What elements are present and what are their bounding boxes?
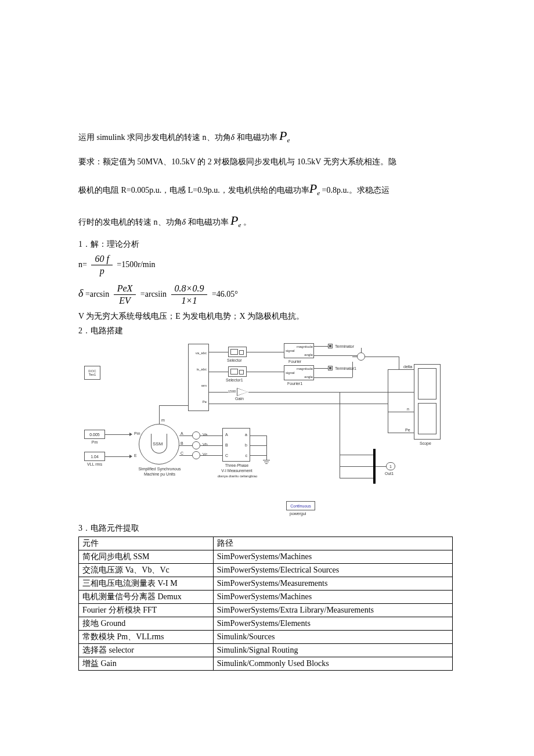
component-table: 元件 路径 简化同步电机 SSMSimPowerSystems/Machines… <box>78 537 453 671</box>
fourier2-label: Fourier1 <box>287 381 302 386</box>
p-symbol: P <box>279 128 287 143</box>
wire <box>365 357 399 357</box>
req2b: =0.8p.u.。求稳态运 <box>320 186 389 195</box>
wire <box>250 445 266 446</box>
ssm-label: Simplified Synchronous Machine pu Units <box>136 467 183 477</box>
wire <box>388 392 414 393</box>
sum-block <box>357 352 365 361</box>
terminator1-block <box>328 344 333 348</box>
wire <box>179 435 192 436</box>
table-header-1: 元件 <box>79 537 214 550</box>
wire <box>388 369 414 370</box>
selector2-label: Selector1 <box>226 378 243 382</box>
table-row: 选择器 selectorSimulink/Signal Routing <box>79 643 453 657</box>
wire <box>105 456 131 457</box>
m-label: m <box>161 418 165 422</box>
wire <box>200 445 222 446</box>
table-row: Fourier 分析模块 FFTSimPowerSystems/Extra Li… <box>79 603 453 617</box>
table-row: 接地 GroundSimPowerSystems/Elements <box>79 617 453 630</box>
wire <box>388 433 414 433</box>
section-2: 2．电路搭建 <box>78 325 453 337</box>
table-row: 简化同步电机 SSMSimPowerSystems/Machines <box>79 550 453 563</box>
wire <box>159 405 160 424</box>
vll-const: 1.04 <box>84 452 105 461</box>
terminator2-label: Terminator1 <box>335 366 356 370</box>
req2a: 极机的电阻 R=0.005p.u.，电感 L=0.9p.u.，发电机供给的电磁功… <box>78 186 309 195</box>
wire <box>340 478 373 478</box>
wire <box>248 392 388 393</box>
table-row: 增益 GainSimulink/Commonly Used Blocks <box>79 657 453 670</box>
wire <box>361 348 362 352</box>
frac-num: 0.8×0.9 <box>171 284 208 294</box>
req-line-1: 要求：额定值为 50MVA、10.5kV 的 2 对极隐极同步发电机与 10.5… <box>78 153 453 171</box>
wire <box>250 455 266 456</box>
frac-num: 60 f <box>91 254 112 265</box>
wire <box>340 392 340 478</box>
wire <box>266 435 267 455</box>
wire <box>314 377 352 378</box>
pm-label: Pm <box>84 440 105 444</box>
selector2-block <box>228 366 247 377</box>
vimeas-block: Aa Bb Cc <box>222 428 250 462</box>
vimeas-label: Three-Phase V-I Measurement <box>217 463 257 473</box>
pe-out-label: Pe <box>405 428 410 432</box>
wire <box>209 392 228 393</box>
vll-label: VLL rms <box>84 462 105 466</box>
eq-n: n= 60 f p =1500r/min <box>78 254 453 276</box>
frac-num2: 0.8×0.9 1×1 <box>171 284 208 305</box>
gain-label: Gain <box>235 397 244 401</box>
p-symbol: P <box>230 213 238 228</box>
frac-60f-p: 60 f p <box>91 254 112 276</box>
wire <box>188 375 189 405</box>
vc-block <box>192 451 200 459</box>
arrow-icon <box>129 433 132 436</box>
req3c: 。 <box>241 218 251 226</box>
vb-block <box>192 441 200 449</box>
wire <box>340 466 373 467</box>
wire <box>159 405 188 406</box>
wire <box>247 352 284 352</box>
title-text-1: 运用 simulink 求同步发电机的转速 n、功角 <box>78 133 231 142</box>
terminator1-label: Terminator <box>335 344 354 348</box>
out1-block: 1 <box>386 462 395 470</box>
title: 运用 simulink 求同步发电机的转速 n、功角δ 和电磁功率 Pe <box>78 122 453 150</box>
wire <box>388 392 388 412</box>
section-1: 1．解：理论分析 <box>78 238 453 251</box>
req-line-2: 极机的电阻 R=0.005p.u.，电感 L=0.9p.u.，发电机供给的电磁功… <box>78 175 453 203</box>
wire <box>388 369 388 392</box>
table-row: 交流电压源 Va、Vb、VcSimPowerSystems/Electrical… <box>79 563 453 577</box>
n-post: =1500r/min <box>117 260 155 269</box>
selector1-block <box>228 347 247 357</box>
gain-value: 1500 <box>228 390 236 393</box>
wire <box>399 357 399 369</box>
wire <box>314 355 360 356</box>
table-row: 常数模块 Pm、VLLrmsSimulink/Sources <box>79 630 453 643</box>
frac-den: p <box>91 265 112 276</box>
frac-pex-ev: PeX EV <box>114 284 136 305</box>
pm-port: Pm <box>134 431 140 435</box>
req3b: 和电磁功率 <box>186 218 229 226</box>
table-row: 电机测量信号分离器 DemuxSimPowerSystems/Machines <box>79 590 453 603</box>
va-block <box>192 431 200 440</box>
p-sub: e <box>287 136 290 143</box>
wire <box>200 455 222 456</box>
frac-num: PeX <box>114 284 136 294</box>
wire <box>200 435 222 436</box>
wire <box>314 346 328 347</box>
powergui-block: Continuous <box>286 501 315 510</box>
table-row: 元件 路径 <box>79 537 453 550</box>
wire <box>250 435 266 436</box>
wire <box>314 368 328 369</box>
wire <box>209 352 228 352</box>
frac-den: 1×1 <box>171 294 208 305</box>
wire <box>376 466 386 467</box>
out1-label: Out1 <box>385 471 394 476</box>
vimeas-label2: dianya dianliu celiangbiao <box>213 474 262 478</box>
section-3: 3．电路元件提取 <box>78 522 453 535</box>
delta-out-label: delta <box>403 365 412 369</box>
e-port: E <box>134 453 137 458</box>
eq-delta: δ =arcsin PeX EV =arcsiin 0.8×0.9 1×1 =4… <box>78 284 453 305</box>
wire <box>340 455 373 455</box>
req3a: 行时的发电机的转速 n、功角 <box>78 218 182 226</box>
doc-block: DOC Tex1 <box>84 366 100 380</box>
